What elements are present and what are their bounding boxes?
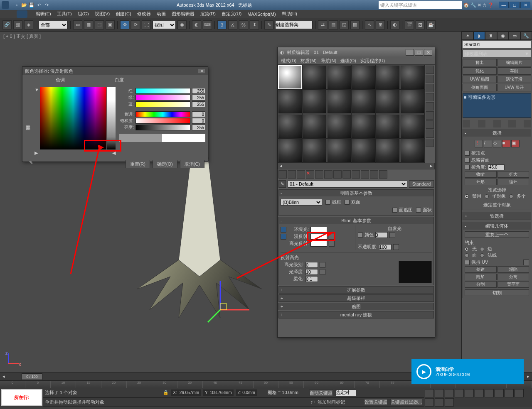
close-button[interactable]: ✕ — [520, 2, 530, 8]
backlight-icon[interactable] — [426, 75, 434, 83]
rollout-supersample[interactable]: +超级采样 — [279, 295, 433, 301]
sample-slot[interactable] — [376, 65, 400, 89]
create-button[interactable]: 创建 — [465, 266, 497, 273]
autokey-button[interactable]: 自动关键点 — [309, 389, 333, 396]
material-name-dropdown[interactable]: 01 - Default — [288, 180, 407, 188]
app-logo-icon[interactable] — [2, 1, 9, 9]
menu-animation[interactable]: 动画 — [157, 11, 166, 17]
hue-input[interactable] — [192, 111, 205, 117]
ring-button[interactable]: 环形 — [465, 179, 497, 185]
make-unique-icon[interactable] — [493, 120, 501, 127]
preview-multi-radio[interactable] — [509, 194, 513, 198]
colorpicker-titlebar[interactable]: 颜色选择器: 漫反射颜色 ✕ — [22, 67, 208, 75]
go-parent-icon[interactable] — [370, 170, 378, 179]
render-setup-icon[interactable]: 🎬 — [405, 20, 414, 29]
sample-slot[interactable] — [278, 90, 302, 114]
show-end-result-icon[interactable] — [361, 170, 369, 179]
value-slider[interactable] — [135, 125, 190, 130]
sliceplane-button[interactable]: 置平面 — [498, 281, 530, 288]
rollout-blinn-basic[interactable]: -Blinn 基本参数 — [279, 217, 433, 224]
grow-button[interactable]: 扩大 — [498, 171, 530, 178]
keyboard-shortcut-icon[interactable]: ⌨ — [203, 20, 212, 29]
app-menu-button[interactable] — [17, 10, 27, 18]
object-name-input[interactable]: Star001 — [463, 41, 531, 48]
add-time-tag-icon[interactable]: 🏷 — [310, 399, 315, 404]
wire-checkbox[interactable] — [325, 200, 330, 205]
sample-slot-1[interactable] — [278, 65, 302, 89]
btn-turbosmooth[interactable]: 涡轮平滑 — [498, 76, 532, 83]
angle-input[interactable] — [488, 164, 505, 170]
play-anim-icon[interactable] — [445, 389, 454, 397]
btn-lathe[interactable]: 车削 — [498, 67, 532, 75]
subobj-poly-icon[interactable]: ■ — [502, 140, 510, 147]
btn-extrude[interactable]: 挤出 — [463, 59, 497, 66]
maximize-button[interactable]: □ — [510, 2, 520, 8]
link-icon[interactable]: 🔗 — [2, 20, 12, 29]
menu-rendering[interactable]: 渲染(R) — [200, 11, 216, 17]
slot-scrollbar[interactable]: ◂▸ — [278, 163, 435, 169]
bind-icon[interactable]: ◈ — [24, 20, 33, 29]
matmenu-material[interactable]: 材质(M) — [300, 58, 317, 64]
ignore-backfacing-checkbox[interactable] — [465, 158, 470, 163]
named-selection-input[interactable] — [275, 21, 313, 29]
menu-group[interactable]: 组(G) — [78, 11, 89, 17]
coord-z[interactable]: Z: 0.0mm — [236, 389, 257, 396]
sample-slot[interactable] — [278, 114, 302, 138]
shader-dropdown[interactable]: (B)Blinn — [281, 199, 322, 206]
green-input[interactable] — [192, 95, 205, 100]
selfillum-map-button[interactable] — [389, 232, 395, 238]
assign-to-sel-icon[interactable] — [297, 170, 305, 179]
zoom-extents-icon[interactable] — [425, 398, 434, 407]
redo-icon[interactable]: ↷ — [43, 2, 50, 8]
sample-slot[interactable] — [352, 90, 376, 114]
facemap-checkbox[interactable] — [392, 208, 397, 213]
align-icon[interactable]: ▤ — [329, 20, 338, 29]
twosided-checkbox[interactable] — [345, 200, 350, 205]
infocenter-icons[interactable]: 🏠 🔧 ✕ ☆ ❓ — [463, 2, 494, 8]
goto-end-icon[interactable] — [465, 389, 474, 397]
sample-slot[interactable] — [352, 139, 376, 163]
window-crossing-icon[interactable]: ▣ — [106, 20, 115, 29]
layers-icon[interactable]: ◱ — [340, 20, 349, 29]
sample-slot[interactable] — [400, 90, 424, 114]
sample-slot[interactable] — [327, 114, 351, 138]
menu-maxscript[interactable]: MAXScript(M) — [247, 12, 276, 17]
selfillum-value-input[interactable] — [375, 232, 388, 238]
scale-icon[interactable]: ⛶ — [142, 20, 151, 29]
video-check-icon[interactable] — [426, 102, 434, 110]
menu-edit[interactable]: 编辑(E) — [36, 11, 51, 17]
subobj-element-icon[interactable]: ▣ — [511, 140, 520, 147]
rotate-icon[interactable]: ⟳ — [131, 20, 140, 29]
menu-grapheditors[interactable]: 图形编辑器 — [172, 11, 195, 17]
menu-tools[interactable]: 工具(T) — [57, 11, 72, 17]
red-slider[interactable] — [135, 88, 190, 94]
blue-input[interactable] — [192, 101, 205, 107]
btn-uvwunwrap[interactable]: UVW 展开 — [498, 84, 532, 91]
pin-stack-icon[interactable] — [463, 120, 470, 127]
select-region-icon[interactable]: ⬚ — [95, 20, 104, 29]
constraint-normal-radio[interactable] — [480, 253, 484, 257]
speclevel-map-button[interactable] — [320, 262, 325, 268]
preserve-uv-settings-icon[interactable] — [523, 260, 529, 265]
hue-slider[interactable] — [135, 111, 190, 117]
rollout-maps[interactable]: +贴图 — [279, 303, 433, 310]
preserve-uv-checkbox[interactable] — [465, 260, 470, 265]
menu-customize[interactable]: 自定义(U) — [222, 11, 241, 17]
background-icon[interactable] — [426, 84, 434, 92]
mateditor-close-button[interactable]: ✕ — [424, 49, 432, 56]
rollout-shader-basic[interactable]: -明暗器基本参数 — [279, 190, 433, 196]
sample-slot[interactable] — [376, 90, 400, 114]
sat-slider[interactable] — [135, 118, 190, 124]
hierarchy-tab-icon[interactable]: ♜ — [485, 32, 497, 40]
specular-map-button[interactable] — [329, 241, 335, 247]
menu-create[interactable]: 创建(C) — [116, 11, 131, 17]
subobj-border-icon[interactable]: ◇ — [493, 140, 501, 147]
layer-manager-icon[interactable]: ▦ — [350, 20, 360, 29]
prev-frame-icon[interactable] — [435, 389, 444, 397]
rollout-softsel[interactable]: +软选择 — [463, 212, 531, 220]
ref-coord-system[interactable]: 视图 — [153, 21, 176, 29]
curve-editor-icon[interactable]: ∿ — [365, 20, 374, 29]
sample-slot[interactable] — [278, 139, 302, 163]
add-time-tag[interactable]: 添加时间标记 — [318, 399, 345, 405]
sat-input[interactable] — [192, 118, 205, 124]
